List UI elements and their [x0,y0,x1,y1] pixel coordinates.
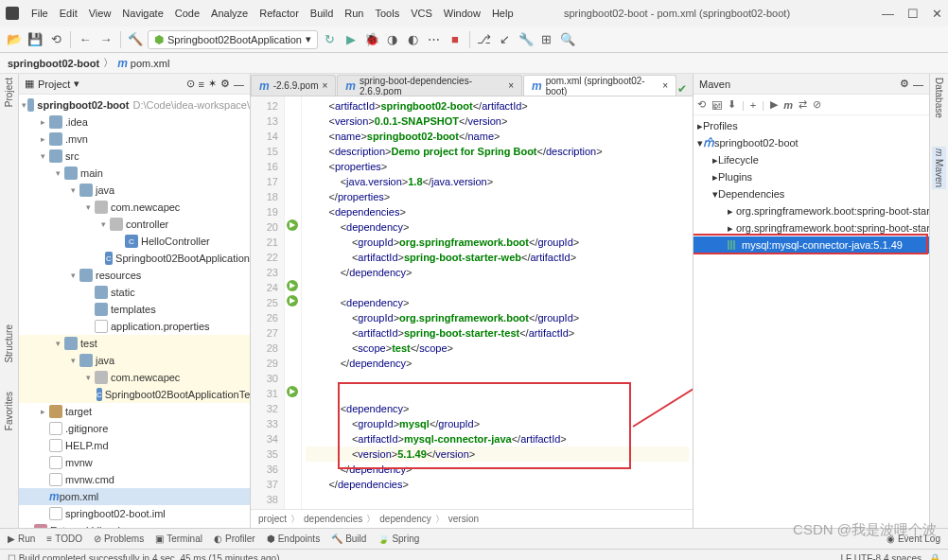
tree-root[interactable]: springboot02-boot [37,99,129,111]
tree-java[interactable]: java [96,184,114,196]
gear-icon[interactable]: ⚙ [220,78,230,90]
run-icon[interactable]: ▶ [342,31,360,48]
tree-app2[interactable]: Springboot02BootApplicationTe [105,389,250,400]
rail-favorites[interactable]: Favorites [4,392,14,430]
tab-3[interactable]: mpom.xml (springboot02-boot)× [523,75,676,96]
undo-icon[interactable]: ← [77,31,94,48]
menu-window[interactable]: Window [439,6,485,21]
tree-pom[interactable]: pom.xml [60,491,99,502]
select-opened-icon[interactable]: ⊙ [186,78,195,90]
mv-root[interactable]: springboot02-boot [714,137,799,149]
tree-templates[interactable]: templates [111,304,156,315]
open-icon[interactable]: 📂 [6,31,23,48]
tree-main[interactable]: main [80,167,103,179]
tree-ext[interactable]: External Libraries [50,525,132,528]
chevron-down-icon[interactable]: ▾ [74,78,79,90]
attach-icon[interactable]: ⋯ [426,31,443,48]
project-tree[interactable]: ▾springboot02-boot D:\Code\idea-workspac… [19,95,250,528]
run-marker-icon[interactable]: ▶ [287,295,298,306]
mv-dep2[interactable]: org.springframework.boot:spring-boot-sta… [736,222,929,234]
close-icon[interactable]: ✕ [932,7,942,21]
tw-todo[interactable]: ≡ TODO [46,534,82,544]
expand-icon[interactable]: ≡ [199,79,204,90]
build-icon[interactable]: 🔨 [127,31,144,48]
tool-icon[interactable]: 🔧 [518,31,535,48]
tree-resources[interactable]: resources [96,270,141,281]
mv-dep-selected[interactable]: mysql:mysql-connector-java:5.1.49 [742,239,903,251]
crumb-dep[interactable]: dependency [379,514,431,524]
profile-icon[interactable]: ◐ [405,31,422,48]
tw-endpoints[interactable]: ⬢ Endpoints [267,534,320,544]
menu-run[interactable]: Run [340,6,368,21]
tw-run[interactable]: ▶ Run [8,534,35,544]
status-right[interactable]: LF UTF-8 4 spaces [840,553,922,560]
crumb-project[interactable]: project [258,514,287,524]
status-windows-icon[interactable]: ☐ [8,553,16,560]
search-icon[interactable]: 🔍 [559,31,576,48]
coverage-icon[interactable]: ◑ [384,31,401,48]
hide-icon[interactable]: — [913,79,923,90]
mv-profiles[interactable]: Profiles [703,120,738,131]
mv-deps[interactable]: Dependencies [718,188,784,200]
save-icon[interactable]: 💾 [26,31,44,48]
more2-icon[interactable]: ⊞ [538,31,555,48]
menu-code[interactable]: Code [170,6,204,21]
m-icon[interactable]: m [783,99,793,111]
menu-build[interactable]: Build [306,6,338,21]
download-icon[interactable]: ⬇ [728,98,736,111]
redo-icon[interactable]: → [97,31,114,48]
tree-appprops[interactable]: application.properties [111,321,210,332]
tw-eventlog[interactable]: ◉ Event Log [887,534,940,544]
tree-static[interactable]: static [111,287,135,298]
tree-pkg[interactable]: com.newcapec [111,201,180,213]
crumb-root[interactable]: springboot02-boot [8,58,99,69]
menubar[interactable]: File Edit View Navigate Code Analyze Ref… [26,6,518,21]
menu-tools[interactable]: Tools [370,6,404,21]
tw-terminal[interactable]: ▣ Terminal [155,534,202,544]
tree-idea[interactable]: .idea [65,116,88,128]
tree-app1[interactable]: Springboot02BootApplication [115,253,250,264]
close-icon[interactable]: × [508,80,514,91]
code-text[interactable]: <artifactId>springboot02-boot</artifactI… [302,96,693,509]
skip-icon[interactable]: ⊘ [813,98,821,111]
collapse-icon[interactable]: ✶ [208,78,217,90]
mv-lifecycle[interactable]: Lifecycle [718,154,759,166]
rail-project[interactable]: Project [4,78,14,107]
tree-mvnwcmd[interactable]: mvnw.cmd [65,474,114,485]
tree-gitignore[interactable]: .gitignore [65,423,108,434]
gear-icon[interactable]: ⚙ [900,78,909,90]
tw-spring[interactable]: 🍃 Spring [377,534,419,544]
tree-target[interactable]: target [65,406,92,417]
tree-iml[interactable]: springboot02-boot.iml [65,508,166,519]
tab-1[interactable]: m-2.6.9.pom× [251,75,336,96]
mv-plugins[interactable]: Plugins [718,171,752,183]
menu-file[interactable]: File [26,6,53,21]
more1-icon[interactable]: ↙ [497,31,514,48]
code-area[interactable]: 1213141516171819202122232425262728293031… [251,96,693,509]
maximize-icon[interactable]: ☐ [907,7,919,21]
tree-test-pkg[interactable]: com.newcapec [111,372,180,383]
mv-dep1[interactable]: org.springframework.boot:spring-boot-sta… [736,205,929,217]
reimport-icon[interactable]: ⟲ [697,98,706,111]
run-marker-icon[interactable]: ▶ [287,280,298,291]
lock-icon[interactable]: 🔒 [929,553,940,560]
hide-icon[interactable]: — [234,79,244,90]
generate-icon[interactable]: 🗟 [711,99,722,111]
close-icon[interactable]: × [322,80,327,91]
tree-mvn[interactable]: .mvn [65,133,88,145]
stop-icon[interactable]: ■ [447,31,464,48]
minimize-icon[interactable]: — [882,7,894,21]
menu-view[interactable]: View [84,6,116,21]
run-marker-icon[interactable]: ▶ [287,386,298,397]
run-icon[interactable]: ▶ [770,98,778,111]
tw-build[interactable]: 🔨 Build [331,534,366,544]
run-marker-icon[interactable]: ▶ [287,219,298,231]
toggle-icon[interactable]: ⇄ [799,98,807,111]
tree-hello[interactable]: HelloController [141,236,210,247]
tree-controller[interactable]: controller [126,219,168,230]
tree-test-java[interactable]: java [96,355,114,366]
crumb-version[interactable]: version [448,514,479,524]
tree-test[interactable]: test [80,338,97,349]
vcs-icon[interactable]: ⎇ [476,31,493,48]
menu-help[interactable]: Help [487,6,518,21]
